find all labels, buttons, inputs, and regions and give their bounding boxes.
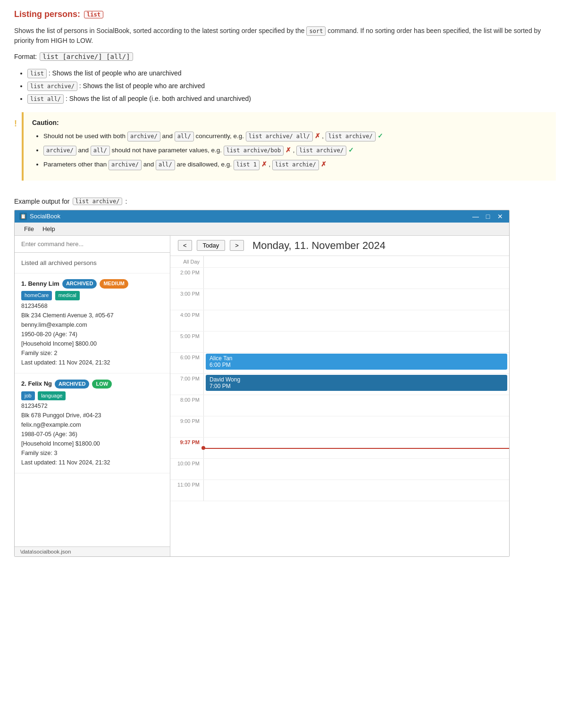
format-badge: list [archive/] [all/]: [40, 52, 133, 61]
all-day-label: All Day: [170, 257, 203, 266]
all-badge-3: all/: [156, 160, 175, 170]
now-line: [204, 448, 509, 449]
tag-low-2: LOW: [92, 380, 112, 389]
time-content-800pm: [203, 395, 509, 416]
time-label-400pm: 4:00 PM: [170, 310, 203, 318]
time-label-200pm: 2:00 PM: [170, 268, 203, 275]
time-label-500pm: 5:00 PM: [170, 331, 203, 339]
cross-icon-2: ✗: [285, 147, 291, 154]
event-david-wong[interactable]: David Wong 7:00 PM: [206, 375, 507, 391]
example-badge-6: list archie/: [272, 160, 319, 170]
tag-language: language: [38, 391, 66, 401]
event-time-alice: 6:00 PM: [210, 362, 503, 368]
time-label-600pm: 6:00 PM: [170, 353, 203, 360]
app-body: Listed all archived persons 1. Benny Lim…: [15, 236, 509, 556]
nav-today-button[interactable]: Today: [197, 240, 226, 251]
time-content-1100pm: [203, 480, 509, 501]
titlebar-left: 📋 SocialBook: [19, 213, 60, 220]
maximize-button[interactable]: □: [484, 212, 492, 221]
time-slot-800pm: 8:00 PM: [170, 395, 509, 416]
list-all-item: list all/ : Shows the list of all people…: [27, 94, 556, 104]
app-title: SocialBook: [30, 213, 60, 220]
person-dob-1: 1950-08-20 (Age: 74): [21, 330, 163, 339]
page-description: Shows the list of persons in SocialBook,…: [14, 26, 556, 46]
time-label-1100pm: 11:00 PM: [170, 480, 203, 488]
event-title-david: David Wong: [210, 376, 503, 383]
person-tags-2: job language: [21, 391, 163, 401]
person-updated-1: Last updated: 11 Nov 2024, 21:32: [21, 358, 163, 367]
time-label-now: 9:37 PM: [170, 438, 203, 445]
calendar-body: All Day 2:00 PM 3:00 PM 4:00 PM: [170, 256, 509, 556]
tag-archived-2: ARCHIVED: [55, 380, 89, 389]
result-area: Listed all archived persons: [15, 253, 170, 273]
time-content-600pm: Alice Tan 6:00 PM: [203, 353, 509, 373]
statusbar: \data\socialbook.json: [15, 546, 170, 556]
nav-next-button[interactable]: >: [230, 240, 244, 251]
main-list: list : Shows the list of people who are …: [27, 68, 556, 104]
time-slot-700pm: 7:00 PM David Wong 7:00 PM: [170, 374, 509, 395]
tag-job: job: [21, 391, 35, 401]
menu-help[interactable]: Help: [39, 224, 59, 233]
time-content-700pm: David Wong 7:00 PM: [203, 374, 509, 395]
nav-prev-button[interactable]: <: [178, 240, 192, 251]
archive-badge-3: archive/: [109, 160, 142, 170]
menu-file[interactable]: File: [20, 224, 38, 233]
person-address-2: Blk 678 Punggol Drive, #04-23: [21, 411, 163, 420]
command-input[interactable]: [15, 236, 170, 253]
caution-header: Caution:: [32, 119, 547, 126]
time-slot-300pm: 3:00 PM: [170, 289, 509, 310]
person-dob-2: 1988-07-05 (Age: 36): [21, 430, 163, 439]
sort-badge: sort: [306, 26, 326, 36]
time-slot-500pm: 5:00 PM: [170, 331, 509, 353]
time-content-now: [203, 438, 509, 458]
tag-archived-1: ARCHIVED: [62, 279, 97, 289]
time-slot-1100pm: 11:00 PM: [170, 480, 509, 501]
person-income-1: [Household Income] $800.00: [21, 339, 163, 348]
titlebar-buttons: — □ ✕: [471, 212, 504, 221]
archive-badge: archive/: [127, 132, 160, 141]
person-family-2: Family size: 3: [21, 448, 163, 458]
list-all-badge: list all/: [27, 94, 64, 104]
result-text: Listed all archived persons: [21, 259, 97, 266]
title-badge: list: [84, 11, 103, 18]
list-archive-item: list archive/ : Shows the list of people…: [27, 81, 556, 91]
event-alice-tan[interactable]: Alice Tan 6:00 PM: [206, 354, 507, 370]
archive-badge-2: archive/: [43, 146, 76, 156]
person-phone-2: 81234572: [21, 401, 163, 411]
caution-list: Should not be used with both archive/ an…: [43, 131, 547, 170]
left-panel: Listed all archived persons 1. Benny Lim…: [15, 236, 170, 556]
person-family-1: Family size: 2: [21, 348, 163, 358]
list-archive-badge: list archive/: [27, 82, 77, 91]
event-time-david: 7:00 PM: [210, 383, 503, 389]
cross-icon-3: ✗: [261, 161, 267, 168]
app-menubar: File Help: [15, 223, 509, 236]
list-badge: list: [27, 69, 47, 78]
calendar-nav: < Today > Monday, 11. November 2024: [170, 236, 509, 256]
time-slot-600pm: 6:00 PM Alice Tan 6:00 PM: [170, 353, 509, 374]
person-card-1: 1. Benny Lim ARCHIVED MEDIUM homeCare me…: [15, 273, 170, 373]
minimize-button[interactable]: —: [471, 212, 480, 221]
all-day-content: [203, 256, 509, 267]
person-email-1: benny.lim@example.com: [21, 320, 163, 330]
cross-icon-1: ✗: [315, 132, 320, 140]
example-badge-2: list archive/: [326, 132, 376, 141]
caution-icon: !: [14, 112, 22, 189]
person-name-2: 2. Felix Ng ARCHIVED LOW: [21, 379, 163, 389]
person-email-2: felix.ng@example.com: [21, 420, 163, 430]
tag-medical: medical: [55, 291, 80, 300]
caution-item-3: Parameters other than archive/ and all/ …: [43, 159, 547, 170]
example-badge-4: list archive/: [296, 146, 346, 156]
all-badge-2: all/: [91, 146, 110, 156]
time-content-200pm: [203, 268, 509, 289]
example-badge-5: list 1: [234, 160, 260, 170]
list-item: list : Shows the list of people who are …: [27, 68, 556, 78]
tag-homecare: homeCare: [21, 291, 52, 300]
caution-box: Caution: Should not be used with both ar…: [22, 112, 556, 181]
caution-item-2: archive/ and all/ should not have parame…: [43, 145, 547, 156]
person-info-2: 81234572 Blk 678 Punggol Drive, #04-23 f…: [21, 401, 163, 467]
person-info-1: 81234568 Blk 234 Clementi Avenue 3, #05-…: [21, 301, 163, 367]
close-button[interactable]: ✕: [496, 212, 504, 221]
example-badge-1: list archive/ all/: [246, 132, 313, 141]
person-updated-2: Last updated: 11 Nov 2024, 21:32: [21, 458, 163, 467]
app-titlebar: 📋 SocialBook — □ ✕: [15, 210, 509, 223]
